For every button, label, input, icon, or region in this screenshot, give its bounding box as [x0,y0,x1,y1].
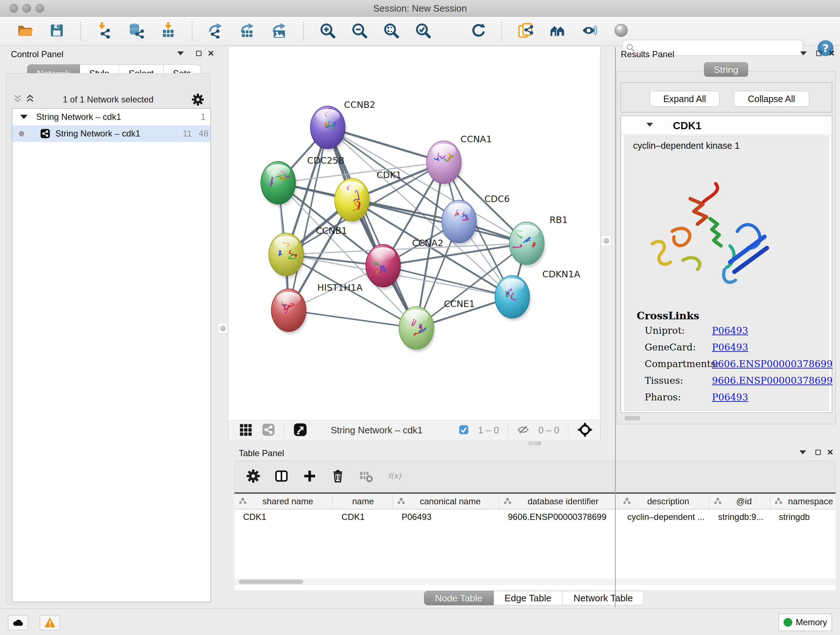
import-database-button[interactable] [128,23,145,40]
control-panel-close-icon[interactable] [208,50,214,57]
cloud-button[interactable] [8,615,28,630]
crosslink-link[interactable]: P06493 [712,392,748,402]
open-in-window-icon[interactable] [293,423,308,439]
warnings-button[interactable] [40,615,60,630]
expand-all-button[interactable]: Expand All [650,91,720,107]
left-splitter-handle[interactable] [218,323,227,333]
control-panel-maximize-icon[interactable] [196,51,202,56]
memory-button[interactable]: Memory [778,614,832,631]
network-node-ccnb2[interactable]: CCNB2 [310,100,376,151]
tab-string[interactable]: String [704,62,748,77]
results-panel: Results Panel String Expand All Collapse… [615,47,840,608]
glass-ball-icon [613,22,629,40]
shared-column-icon [397,497,405,505]
export-image-button[interactable] [271,23,288,40]
refresh-button[interactable] [470,23,486,40]
table-gear-button[interactable] [245,468,262,485]
crosslink-link[interactable]: P06493 [712,342,748,353]
results-panel-title: Results Panel [621,49,674,59]
network-node-rb1[interactable]: RB1 [509,215,568,267]
column-header-database-identifier[interactable]: database identifier [499,494,619,509]
network-node-ccne1[interactable]: CCNE1 [399,299,475,352]
import-database-icon [128,22,144,40]
column-header-shared-name[interactable]: shared name [234,494,333,509]
clone-network-icon [518,22,534,40]
clone-network-button[interactable] [517,23,534,40]
zoom-selected-button[interactable] [415,23,431,40]
show-columns-icon [274,469,289,485]
results-scroll-thumb[interactable] [625,416,640,420]
toolbar-divider [80,22,81,41]
view-grid-icon[interactable] [238,423,253,439]
import-table-button[interactable] [160,23,177,40]
column-header-canonical-name[interactable]: canonical name [393,494,499,509]
gene-section: CDK1 cyclin–dependent kinase 1 [621,116,832,413]
string-badge-icon[interactable] [262,423,275,438]
save-button[interactable] [49,23,65,40]
delete-table-button[interactable] [358,468,374,485]
crosslink-link[interactable]: 9606.ENSP00000378699 [712,375,832,386]
network-edge[interactable] [352,200,527,243]
table-tab-node-table[interactable]: Node Table [424,591,494,605]
toolbar-divider [303,22,304,41]
gene-details: cyclin–dependent kinase 1 [624,136,829,411]
column-header-name[interactable]: name [333,494,393,509]
network-node-count: 11 [183,128,192,139]
import-network-button[interactable] [96,23,113,40]
export-network-icon [208,22,224,40]
results-panel-maximize-icon[interactable] [816,51,821,56]
string-home-button[interactable] [549,23,566,40]
results-panel-close-icon[interactable] [829,50,835,57]
delete-column-icon [331,469,345,485]
crosslink-link[interactable]: P06493 [712,325,748,336]
zoom-out-icon [351,22,367,40]
network-node-cdc25b[interactable]: CDC25B [261,155,344,207]
zoom-fit-button[interactable] [383,23,399,40]
glass-ball-button[interactable] [613,23,630,40]
collapse-all-button[interactable]: Collapse All [734,91,809,107]
network-node-hist1h1a[interactable]: HIST1H1A [271,282,363,334]
network-row[interactable]: String Network – cdk1 11 48 [12,125,210,142]
table-tab-edge-table[interactable]: Edge Table [494,591,563,605]
zoom-in-button[interactable] [319,23,336,40]
crosslink-row: Compartments:9606.ENSP00000378699 [645,358,822,369]
export-table-button[interactable] [240,23,256,40]
open-file-button[interactable] [17,23,33,40]
add-column-button[interactable] [302,468,318,485]
add-column-icon [302,469,317,485]
network-node-cdkn1a[interactable]: CDKN1A [495,269,580,321]
node-label: CCNA1 [461,134,492,144]
import-table-icon [160,22,176,40]
network-node-cdc6[interactable]: CDC6 [442,194,510,245]
network-collection-row[interactable]: String Network – cdk1 1 [12,109,210,125]
network-edge[interactable] [289,310,416,328]
crosslink-link[interactable]: 9606.ENSP00000378699 [712,358,832,369]
results-panel-float-icon[interactable] [800,51,807,55]
network-edge[interactable] [383,266,512,297]
table-splitter-handle[interactable] [528,441,541,445]
table-hscroll-thumb[interactable] [239,580,303,584]
control-panel-title: Control Panel [11,49,63,59]
network-options-gear-icon[interactable] [191,93,204,106]
birdseye-view-icon[interactable] [577,422,593,439]
export-network-button[interactable] [208,23,224,40]
toolbar-divider [501,22,502,41]
network-canvas[interactable]: CCNB2CCNA1CDC25BCDK1CDC6RB1CCNB1CCNA2CDK… [228,47,600,420]
section-expander-icon[interactable] [646,123,653,127]
gene-section-header[interactable]: CDK1 [621,116,832,135]
hide-glass-button[interactable] [581,23,598,40]
show-columns-button[interactable] [273,468,290,485]
cloud-icon [12,616,24,629]
zoom-out-button[interactable] [351,23,368,40]
table-gear-icon [246,469,261,485]
function-builder-button[interactable]: f(x) [386,468,403,485]
right-splitter-handle[interactable] [602,236,611,246]
selected-checkbox-icon[interactable] [458,424,469,437]
collection-expander-icon[interactable] [20,115,27,119]
zoom-in-icon [319,22,335,40]
delete-column-button[interactable] [330,468,346,485]
zoom-fit-icon [383,22,399,40]
control-panel-float-icon[interactable] [177,51,184,55]
table-cell: P06493 [393,509,499,524]
hidden-eye-icon[interactable] [516,423,530,438]
